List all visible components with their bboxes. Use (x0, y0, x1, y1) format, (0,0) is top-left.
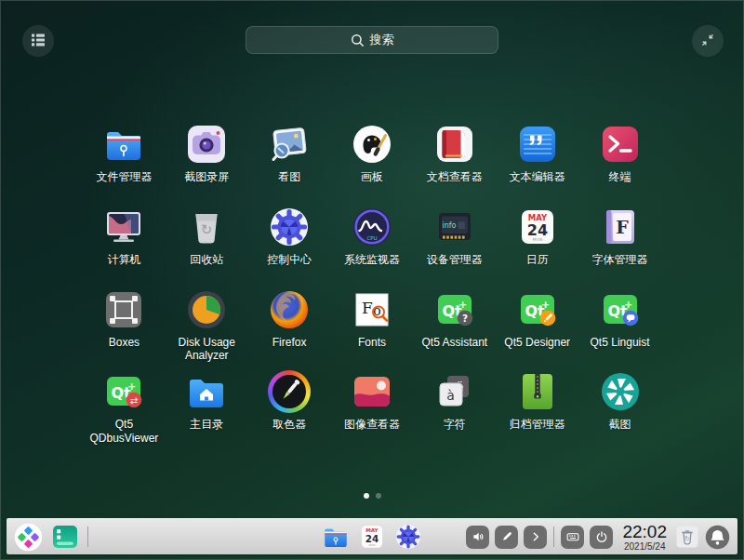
app-disk-usage-analyzer[interactable]: Disk Usage Analyzer (166, 279, 248, 362)
app-computer[interactable]: 计算机 (83, 196, 166, 279)
svg-text:+: + (623, 299, 631, 311)
page-dot-1[interactable] (364, 493, 369, 499)
clock-time: 22:02 (622, 523, 667, 540)
app-label: Boxes (109, 336, 140, 350)
app-draw[interactable]: 画板 (331, 113, 414, 196)
category-view-button[interactable] (22, 25, 54, 57)
app-label: 终端 (609, 170, 631, 184)
app-label: 日历 (526, 253, 549, 267)
app-label: 字符 (444, 418, 466, 432)
text-editor-icon (516, 123, 559, 166)
taskbar-right-icons: ↻ (676, 525, 730, 550)
document-viewer-icon (433, 123, 476, 166)
taskbar-clock: 22:02 2021/5/24 (622, 523, 667, 552)
home-folder-icon (185, 370, 228, 413)
font-manager-icon: F (599, 206, 642, 248)
svg-text:F: F (362, 299, 373, 317)
app-fonts[interactable]: FoFonts (331, 279, 414, 362)
app-image-viewer[interactable]: 看图 (248, 113, 331, 196)
app-calendar[interactable]: MAY24MON日历 (496, 196, 578, 279)
svg-text:à: à (446, 388, 455, 403)
launcher-fullscreen: 搜索 文件管理器截图录屏看图画板文档查看器文本编辑器终端计算机↻回收站控制中心C… (0, 0, 744, 560)
app-font-manager[interactable]: F字体管理器 (578, 196, 661, 279)
control-center-pinned-icon[interactable] (394, 523, 422, 551)
svg-text:↻: ↻ (201, 221, 213, 238)
svg-text:info: info (442, 220, 456, 229)
qt-assistant-icon: Qt+? (433, 288, 476, 331)
app-label: Fonts (358, 336, 386, 350)
app-label: 看图 (278, 170, 300, 184)
svg-text:F: F (616, 217, 629, 237)
characters-icon: ëà (433, 370, 476, 413)
calendar-icon: MAY24MON (516, 206, 559, 248)
firefox-icon (268, 288, 311, 331)
app-system-monitor[interactable]: CPU系统监视器 (331, 196, 414, 279)
tray-separator (553, 527, 554, 547)
trash-tray-icon[interactable]: ↻ (676, 526, 698, 548)
app-label: 截图 (609, 418, 631, 432)
app-home-folder[interactable]: 主目录 (166, 361, 248, 444)
app-screen-capture[interactable]: 截图录屏 (166, 113, 248, 196)
app-device-manager[interactable]: info设备管理器 (413, 196, 496, 279)
app-grid: 文件管理器截图录屏看图画板文档查看器文本编辑器终端计算机↻回收站控制中心CPU系… (83, 113, 661, 445)
svg-text:+: + (541, 299, 550, 311)
app-control-center[interactable]: 控制中心 (248, 196, 331, 279)
app-document-viewer[interactable]: 文档查看器 (413, 113, 496, 196)
app-characters[interactable]: ëà字符 (413, 361, 496, 444)
collapse-icon (700, 33, 715, 50)
app-label: 主目录 (190, 418, 223, 432)
app-trash[interactable]: ↻回收站 (166, 196, 248, 279)
file-manager-pinned-icon[interactable] (322, 523, 350, 551)
screen-capture-icon (185, 123, 228, 166)
multitasking-view-icon[interactable] (51, 523, 79, 551)
svg-text:+: + (127, 380, 136, 393)
disk-usage-analyzer-icon (185, 288, 228, 331)
app-boxes[interactable]: Boxes (83, 279, 166, 362)
app-label: Disk Usage Analyzer (166, 336, 246, 363)
search-placeholder: 搜索 (370, 32, 394, 48)
page-indicator (0, 493, 744, 499)
app-label: Qt5 Assistant (422, 336, 488, 350)
taskbar-tray: 22:02 2021/5/24 ↻ (466, 523, 730, 552)
app-color-picker[interactable]: 取色器 (248, 361, 331, 444)
list-view-icon (30, 32, 46, 51)
qt-linguist-icon: Qt+ (599, 288, 642, 331)
app-file-manager[interactable]: 文件管理器 (83, 113, 166, 196)
exit-fullscreen-button[interactable] (692, 25, 724, 57)
app-firefox[interactable]: Firefox (248, 279, 331, 362)
color-picker-icon (268, 370, 311, 413)
notifications-icon[interactable] (705, 525, 730, 550)
app-text-editor[interactable]: 文本编辑器 (496, 113, 578, 196)
launcher-icon[interactable] (14, 523, 43, 552)
tray-group-2 (561, 526, 613, 549)
app-qt-qdbusviewer[interactable]: Qt+⇄Qt5 QDbusViewer (83, 361, 166, 444)
fonts-icon: Fo (351, 288, 393, 331)
control-center-icon (268, 206, 311, 248)
app-archive-manager[interactable]: 归档管理器 (496, 361, 578, 444)
app-qt-linguist[interactable]: Qt+Qt5 Linguist (578, 279, 661, 362)
search-input[interactable]: 搜索 (246, 26, 498, 54)
taskbar: MAY24MON 22:02 2021/5/24 ↻ (7, 518, 737, 554)
app-qt-designer[interactable]: Qt+Qt5 Designer (496, 279, 578, 362)
app-terminal[interactable]: 终端 (578, 113, 661, 196)
screenshot-pen-button[interactable] (495, 526, 518, 549)
expand-chevron-button[interactable] (524, 526, 547, 549)
app-label: 图像查看器 (344, 418, 400, 432)
page-dot-2[interactable] (376, 493, 381, 499)
taskbar-left (14, 523, 79, 552)
volume-button[interactable] (466, 526, 489, 549)
app-qt-assistant[interactable]: Qt+?Qt5 Assistant (413, 279, 496, 362)
app-image-viewer-alt[interactable]: 图像查看器 (331, 361, 414, 444)
app-label: Qt5 Designer (504, 336, 570, 350)
power-button[interactable] (590, 526, 613, 549)
image-viewer-icon (268, 123, 311, 166)
qt-designer-icon: Qt+ (516, 288, 559, 331)
svg-text:?: ? (462, 313, 468, 324)
onboard-keyboard-button[interactable] (561, 526, 584, 549)
app-screenshot[interactable]: 截图 (578, 361, 661, 444)
calendar-pinned-icon[interactable]: MAY24MON (358, 523, 386, 551)
svg-text:24: 24 (365, 533, 379, 544)
app-label: 截图录屏 (184, 170, 229, 184)
taskbar-pinned-apps: MAY24MON (322, 523, 422, 551)
clock-date: 2021/5/24 (624, 541, 666, 552)
